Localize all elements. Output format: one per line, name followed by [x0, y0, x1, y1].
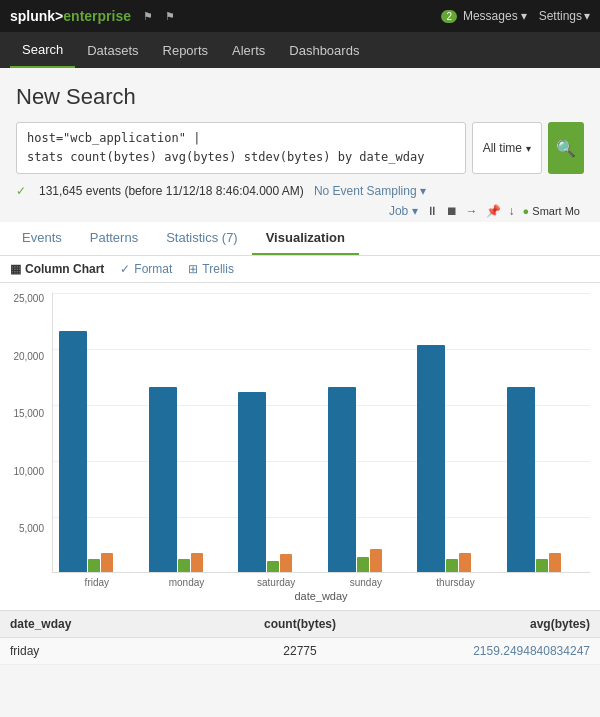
bar-sunday-1[interactable] [357, 557, 369, 572]
trellis-btn[interactable]: ⊞ Trellis [188, 262, 234, 276]
bar-friday-1[interactable] [88, 559, 100, 572]
bar-monday-2[interactable] [191, 553, 203, 572]
x-label-monday: monday [142, 573, 232, 588]
job-chevron: ▾ [412, 204, 418, 218]
bottom-table: date_wday count(bytes) avg(bytes) friday… [0, 610, 600, 665]
messages-chevron: ▾ [521, 9, 527, 23]
time-picker-chevron: ▾ [526, 143, 531, 154]
search-button[interactable]: 🔍 [548, 122, 584, 174]
sampling-label: No Event Sampling [314, 184, 417, 198]
bar-sunday-0[interactable] [328, 387, 356, 572]
bars-area [52, 293, 590, 573]
bar-group-saturday [232, 392, 322, 572]
bar-thursday-2[interactable] [459, 553, 471, 572]
cell-avg-bytes: 2159.2494840834247 [397, 644, 590, 658]
nav-dashboards[interactable]: Dashboards [277, 32, 371, 68]
main-nav: Search Datasets Reports Alerts Dashboard… [0, 32, 600, 68]
y-label-4: 10,000 [13, 466, 44, 477]
events-bar: ✓ 131,645 events (before 11/12/18 8:46:0… [16, 184, 584, 198]
pin-button[interactable]: 📌 [486, 204, 501, 218]
tab-statistics[interactable]: Statistics (7) [152, 222, 252, 255]
job-dropdown[interactable]: Job ▾ [389, 204, 418, 218]
bar-...-2[interactable] [549, 553, 561, 572]
format-label: Format [134, 262, 172, 276]
bar-monday-0[interactable] [149, 387, 177, 572]
col-header-1: date_wday [10, 617, 203, 631]
x-label-... [500, 573, 590, 588]
x-label-thursday: thursday [411, 573, 501, 588]
col-header-2: count(bytes) [203, 617, 396, 631]
y-axis: 25,000 20,000 15,000 10,000 5,000 [0, 293, 50, 580]
bar-...-1[interactable] [536, 559, 548, 572]
download-button[interactable]: ↓ [509, 204, 515, 218]
bar-saturday-2[interactable] [280, 554, 292, 572]
events-count: 131,645 events (before 11/12/18 8:46:04.… [39, 184, 304, 198]
cell-date-wday: friday [10, 644, 203, 658]
column-chart-btn[interactable]: ▦ Column Chart [10, 262, 104, 276]
nav-datasets[interactable]: Datasets [75, 32, 150, 68]
bar-group-... [501, 387, 591, 572]
forward-button[interactable]: → [466, 204, 478, 218]
search-icon: 🔍 [556, 139, 576, 158]
search-bar-row: host="wcb_application" | stats count(byt… [16, 122, 584, 174]
bar-sunday-2[interactable] [370, 549, 382, 572]
bar-thursday-1[interactable] [446, 559, 458, 572]
trellis-label: Trellis [202, 262, 234, 276]
y-label-2: 20,000 [13, 351, 44, 362]
bar-...-0[interactable] [507, 387, 535, 572]
settings-button[interactable]: Settings ▾ [539, 9, 590, 23]
messages-button[interactable]: 2 Messages ▾ [441, 9, 526, 23]
trellis-icon: ⊞ [188, 262, 198, 276]
tab-patterns[interactable]: Patterns [76, 222, 152, 255]
bar-group-sunday [322, 387, 412, 572]
search-query[interactable]: host="wcb_application" | stats count(byt… [27, 129, 455, 167]
y-label-3: 15,000 [13, 408, 44, 419]
chart-container: 25,000 20,000 15,000 10,000 5,000 friday… [0, 293, 600, 610]
bar-friday-0[interactable] [59, 331, 87, 572]
job-bar: Job ▾ ⏸ ⏹ → 📌 ↓ ● Smart Mo [16, 204, 584, 218]
bar-group-monday [143, 387, 233, 572]
time-picker[interactable]: All time ▾ [472, 122, 542, 174]
nav-reports[interactable]: Reports [151, 32, 221, 68]
sampling-dropdown[interactable]: No Event Sampling ▾ [314, 184, 426, 198]
format-btn[interactable]: ✓ Format [120, 262, 172, 276]
bar-saturday-1[interactable] [267, 561, 279, 572]
table-header-row: date_wday count(bytes) avg(bytes) [0, 611, 600, 638]
x-label-friday: friday [52, 573, 142, 588]
settings-chevron: ▾ [584, 9, 590, 23]
x-label-sunday: sunday [321, 573, 411, 588]
x-label-saturday: saturday [231, 573, 321, 588]
tabs-row: Events Patterns Statistics (7) Visualiza… [0, 222, 600, 256]
column-chart-label: Column Chart [25, 262, 104, 276]
table-row: friday 22775 2159.2494840834247 [0, 638, 600, 665]
settings-label: Settings [539, 9, 582, 23]
col-header-3: avg(bytes) [397, 617, 590, 631]
nav-alerts[interactable]: Alerts [220, 32, 277, 68]
smart-mode-label: ● Smart Mo [523, 205, 580, 217]
search-query-line2: stats count(bytes) avg(bytes) stdev(byte… [27, 150, 424, 164]
search-input-wrap[interactable]: host="wcb_application" | stats count(byt… [16, 122, 466, 174]
top-nav-right: 2 Messages ▾ Settings ▾ [441, 9, 590, 23]
chart-toolbar: ▦ Column Chart ✓ Format ⊞ Trellis [0, 256, 600, 283]
bar-thursday-0[interactable] [417, 345, 445, 572]
search-query-line1: host="wcb_application" | [27, 131, 200, 145]
bar-group-friday [53, 331, 143, 572]
tab-events[interactable]: Events [8, 222, 76, 255]
tab-visualization[interactable]: Visualization [252, 222, 359, 255]
job-label: Job [389, 204, 408, 218]
sampling-chevron: ▾ [420, 184, 426, 198]
x-axis: fridaymondaysaturdaysundaythursday [52, 573, 590, 588]
nav-search[interactable]: Search [10, 32, 75, 68]
nav-icon-2: ⚑ [165, 10, 175, 23]
bar-friday-2[interactable] [101, 553, 113, 572]
top-nav: splunk>enterprise ⚑ ⚑ 2 Messages ▾ Setti… [0, 0, 600, 32]
chart-area: 25,000 20,000 15,000 10,000 5,000 friday… [0, 283, 600, 610]
pause-button[interactable]: ⏸ [426, 204, 438, 218]
bar-group-thursday [411, 345, 501, 572]
page-content: New Search host="wcb_application" | stat… [0, 68, 600, 218]
x-axis-title: date_wday [52, 588, 590, 610]
bar-monday-1[interactable] [178, 559, 190, 572]
stop-button[interactable]: ⏹ [446, 204, 458, 218]
cell-count-bytes: 22775 [203, 644, 396, 658]
bar-saturday-0[interactable] [238, 392, 266, 572]
